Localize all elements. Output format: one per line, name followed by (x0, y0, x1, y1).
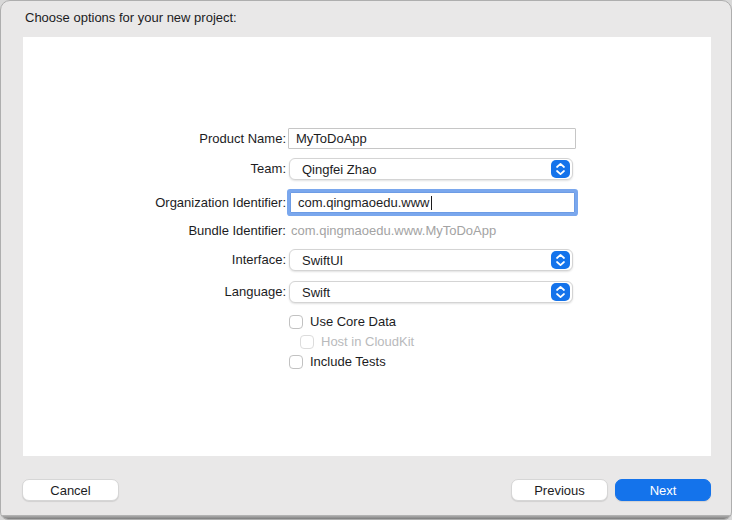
interface-label: Interface: (1, 252, 286, 268)
next-button[interactable]: Next (615, 479, 711, 501)
product-name-label: Product Name: (1, 131, 286, 147)
bundle-identifier-value: com.qingmaoedu.www.MyToDoApp (291, 223, 496, 239)
previous-button[interactable]: Previous (511, 479, 608, 501)
language-popup[interactable]: Swift (289, 281, 573, 303)
interface-popup-value: SwiftUI (302, 253, 343, 268)
cancel-button[interactable]: Cancel (22, 479, 119, 501)
language-label: Language: (1, 284, 286, 300)
popup-stepper-icon (551, 251, 570, 269)
team-popup[interactable]: Qingfei Zhao (289, 158, 573, 180)
use-core-data-label: Use Core Data (310, 314, 396, 329)
include-tests-row: Include Tests (289, 354, 386, 369)
chevron-up-down-icon (555, 162, 566, 176)
include-tests-label: Include Tests (310, 354, 386, 369)
organization-identifier-text: com.qingmaoedu.www (298, 195, 430, 210)
new-project-options-dialog: Choose options for your new project: Pro… (0, 0, 732, 520)
interface-popup[interactable]: SwiftUI (289, 249, 573, 271)
use-core-data-row: Use Core Data (289, 314, 396, 329)
team-label: Team: (1, 161, 286, 177)
host-in-cloudkit-checkbox (300, 335, 314, 349)
use-core-data-checkbox[interactable] (289, 315, 303, 329)
chevron-up-down-icon (555, 285, 566, 299)
dialog-title: Choose options for your new project: (25, 9, 237, 27)
product-name-input[interactable] (288, 128, 576, 149)
popup-stepper-icon (551, 160, 570, 178)
organization-identifier-input[interactable]: com.qingmaoedu.www (290, 192, 575, 213)
host-in-cloudkit-row: Host in CloudKit (300, 334, 414, 349)
organization-identifier-label: Organization Identifier: (1, 195, 286, 211)
host-in-cloudkit-label: Host in CloudKit (321, 334, 414, 349)
chevron-up-down-icon (555, 253, 566, 267)
language-popup-value: Swift (302, 285, 330, 300)
text-cursor (431, 196, 432, 210)
bundle-identifier-label: Bundle Identifier: (1, 223, 286, 239)
include-tests-checkbox[interactable] (289, 355, 303, 369)
content-panel (23, 37, 711, 456)
window-bottom-edge (1, 515, 731, 519)
team-popup-value: Qingfei Zhao (302, 162, 376, 177)
popup-stepper-icon (551, 283, 570, 301)
